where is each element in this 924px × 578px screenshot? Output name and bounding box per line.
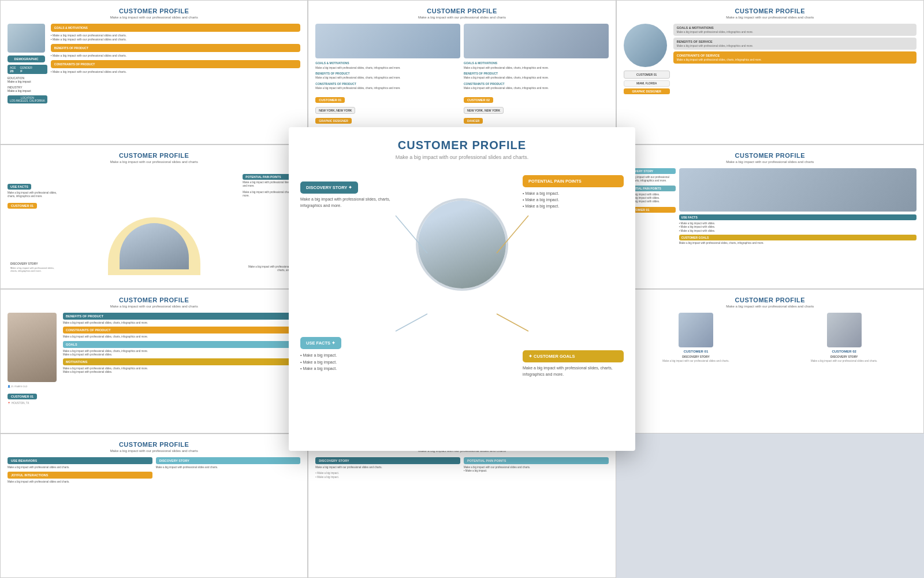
customer-01-label-3: CUSTOMER 01 [624,71,670,79]
constraints-text-2: Make a big impact with professional slid… [464,87,609,90]
goals-motivations-box: GOALS & MOTIVATIONS [51,24,301,32]
customer-02-label-10: CUSTOMER 02 [772,350,916,353]
use-behaviors-11: USE BEHAVIORS [8,457,152,464]
discovery-story-12: DISCOVERY STORY [315,457,460,464]
center-slide: CUSTOMER PROFILE Make a big impact with … [289,127,635,451]
slide-8-subtitle: Make a big impact with our professional … [8,305,300,308]
slide-10-title: CUSTOMER PROFILE [624,297,916,303]
slide-1-subtitle: Make a big impact with our professional … [8,16,300,19]
goals-text-8: Make a big impact with professional slid… [63,350,300,357]
goals-text-1: Make a big impact with professional slid… [315,66,460,70]
slide-1: CUSTOMER PROFILE Make a big impact with … [0,0,308,144]
customer-01-photo-10 [679,313,713,347]
customer-02-badge: CUSTOMER 02 [464,97,493,103]
pain-text-12: Make a big impact with our professional … [464,466,609,473]
potential-pain-12: POTENTIAL PAIN POINTS [464,457,609,464]
benefits-product-8: BENEFITS OF PRODUCT [63,313,300,320]
constraints-service-3-label: CONSTRAINTS OF SERVICE [677,54,913,57]
discovery-story-section: DISCOVERY STORY Make a big impact with p… [10,262,57,272]
benefits-text-1: Make a big impact with professional slid… [315,76,460,80]
use-facts-items: • Make a big impact.• Make a big impact.… [300,352,396,372]
occupation-1: GRAPHIC DESIGNER [315,118,352,124]
discovery-text-4: Make a big impact with professional slid… [10,266,57,272]
slide-3-title: CUSTOMER PROFILE [624,8,916,14]
education: EDUCATIONMake a big impact [8,75,47,84]
discovery-story-label-4: DISCOVERY STORY [10,262,57,265]
slide-8: CUSTOMER PROFILE Make a big impact with … [0,289,308,433]
constraints-text-1: Make a big impact with professional slid… [315,87,460,90]
slide-8-title: CUSTOMER PROFILE [8,297,300,303]
use-facts-7: USE FACTS [679,214,916,220]
slide-10: CUSTOMER PROFILE Make a big impact with … [616,289,924,433]
benefits-box: BENEFITS OF PRODUCT [51,44,301,52]
discovery-text-12: Make a big impact with our professional … [315,466,460,469]
benefits-label-1: BENEFITS OF PRODUCT [315,72,460,75]
use-facts-text: Make a big impact with professional slid… [8,191,59,199]
customer-02-badge-wrapper: CUSTOMER 02 NEW YORK, NEW YORK DANCER [464,93,609,124]
discovery-text-10b: Make a big impact with our professional … [772,360,916,363]
customer-01-photo [315,24,460,58]
benefits-service-3: BENEFITS OF SERVICE Make a big impact wi… [673,38,916,50]
goals-motivations-label-2: GOALS & MOTIVATIONS [464,61,609,65]
motivations-text-8: Make a big impact with professional slid… [63,367,300,375]
svg-line-2 [396,314,427,331]
slide-12: CUSTOMER PROFILE Make a big impact with … [308,433,616,578]
goals-motivations-3: GOALS & MOTIVATIONS Make a big impact wi… [673,24,916,36]
constraints-box: CONSTRAINTS OF PRODUCT [51,60,301,68]
circle-photo-bg [418,201,506,288]
svg-line-3 [497,314,528,331]
constraints-service-3: CONSTRAINTS OF SERVICE Make a big impact… [673,51,916,64]
center-circle-photo [416,198,508,291]
discovery-story-box: DISCOVERY STORY ✦ Make a big impact with… [300,181,396,209]
slide-4: CUSTOMER PROFILE Make a big impact with … [0,144,308,289]
profile-circle-3 [624,24,667,67]
center-subtitle: Make a big impact with our professional … [300,154,624,160]
slide-4-subtitle: Make a big impact with our professional … [8,160,300,164]
diagram: DISCOVERY STORY ✦ Make a big impact with… [300,169,624,401]
customer-02-photo [464,24,609,58]
age-gender: AGE GENDER26 F [8,65,47,74]
location-1: NEW YORK, NEW YORK [315,107,355,114]
slide-7: CUSTOMER PROFILE Make a big impact with … [616,144,924,289]
joyful-interactions-11: JOYFUL INTERACTIONS [8,472,152,479]
slide-11: CUSTOMER PROFILE Make a big impact with … [0,433,308,578]
benefits-text: • Make a big impact with our professiona… [51,54,301,58]
industry: INDUSTRYMake a big impact [8,84,47,94]
customer-01-badge: CUSTOMER 01 [315,97,345,103]
slide-11-subtitle: Make a big impact with our professional … [8,449,300,453]
profile-photo-1 [8,24,45,53]
benefits-text-2: Make a big impact with professional slid… [464,76,609,80]
pain-items: • Make a big impact.• Make a big impact.… [523,190,624,210]
discovery-story-10b: DISCOVERY STORY [772,355,916,358]
customer-02-photo-10 [827,313,862,347]
occupation-2: DANCER [464,118,483,124]
constraints-label-2: CONSTRAINTS OF PRODUCT [464,82,609,86]
goals-text: • Make a big impact with our professiona… [51,34,301,42]
customer-goals-text-7: Make a big impact with professional slid… [679,242,916,245]
benefits-service-3-text: Make a big impact with professional slid… [677,45,913,47]
location-box: LOCATIONLOS ANGELES, CALIFORNIA [8,95,47,103]
use-behaviors-text-11: Make a big impact with professional slid… [8,466,152,469]
slide-4-title: CUSTOMER PROFILE [8,152,300,159]
discovery-text-10a: Make a big impact with our professional … [624,360,769,363]
slide-3: CUSTOMER PROFILE Make a big impact with … [616,0,924,144]
slide-11-title: CUSTOMER PROFILE [8,441,300,448]
constraints-text: • Make a big impact with our professiona… [51,70,301,74]
center-title: CUSTOMER PROFILE [300,139,624,152]
goals-text-3: Make a big impact with professional slid… [677,31,913,34]
constraints-text-8: Make a big impact with professional slid… [63,335,300,339]
location-2: NEW YORK, NEW YORK [464,107,504,114]
use-facts-tag-main: USE FACTS ✦ [300,337,341,349]
slide-7-subtitle: Make a big impact with our professional … [624,160,916,164]
joyful-text-11: Make a big impact with professional slid… [8,480,152,484]
customer-01-badge-wrapper: CUSTOMER 01 NEW YORK, NEW YORK GRAPHIC D… [315,93,460,124]
constraints-label-1: CONSTRAINTS OF PRODUCT [315,82,460,86]
benefits-service-3-label: BENEFITS OF SERVICE [677,40,913,43]
discovery-text-11: Make a big impact with professional slid… [156,466,301,469]
goals-8: GOALS [63,341,300,348]
goals-motivations-label-1: GOALS & MOTIVATIONS [315,61,460,65]
slide-1-title: CUSTOMER PROFILE [8,8,300,14]
pain-tag: POTENTIAL PAIN POINTS [523,175,624,187]
slide-10-subtitle: Make a big impact with our professional … [624,305,916,308]
use-facts-box: USE FACTS ✦ • Make a big impact.• Make a… [300,336,396,372]
